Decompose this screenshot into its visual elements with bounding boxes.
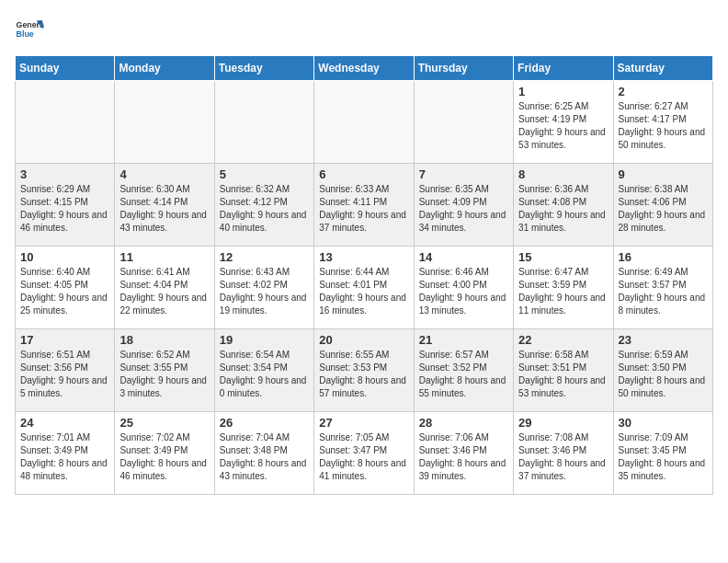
calendar-cell: 20Sunrise: 6:55 AM Sunset: 3:53 PM Dayli… bbox=[314, 329, 414, 412]
day-info: Sunrise: 6:36 AM Sunset: 4:08 PM Dayligh… bbox=[518, 183, 608, 235]
day-number: 15 bbox=[518, 250, 608, 264]
day-info: Sunrise: 7:09 AM Sunset: 3:45 PM Dayligh… bbox=[619, 431, 708, 483]
day-info: Sunrise: 6:43 AM Sunset: 4:02 PM Dayligh… bbox=[220, 266, 309, 317]
calendar-cell: 8Sunrise: 6:36 AM Sunset: 4:08 PM Daylig… bbox=[514, 164, 613, 247]
calendar-day-header: Friday bbox=[514, 56, 613, 81]
calendar-cell: 2Sunrise: 6:27 AM Sunset: 4:17 PM Daylig… bbox=[613, 81, 712, 164]
day-info: Sunrise: 7:06 AM Sunset: 3:46 PM Dayligh… bbox=[419, 431, 508, 483]
calendar-cell: 29Sunrise: 7:08 AM Sunset: 3:46 PM Dayli… bbox=[514, 412, 613, 495]
calendar-cell: 6Sunrise: 6:33 AM Sunset: 4:11 PM Daylig… bbox=[314, 164, 414, 247]
day-info: Sunrise: 6:40 AM Sunset: 4:05 PM Dayligh… bbox=[20, 266, 109, 317]
calendar-table: SundayMondayTuesdayWednesdayThursdayFrid… bbox=[15, 55, 713, 495]
day-number: 2 bbox=[619, 85, 708, 98]
calendar-cell: 26Sunrise: 7:04 AM Sunset: 3:48 PM Dayli… bbox=[214, 412, 313, 495]
day-number: 4 bbox=[119, 167, 209, 181]
calendar-cell: 14Sunrise: 6:46 AM Sunset: 4:00 PM Dayli… bbox=[414, 247, 513, 329]
calendar-cell: 13Sunrise: 6:44 AM Sunset: 4:01 PM Dayli… bbox=[314, 247, 414, 329]
day-number: 19 bbox=[220, 333, 309, 347]
calendar-cell: 5Sunrise: 6:32 AM Sunset: 4:12 PM Daylig… bbox=[214, 164, 313, 247]
day-info: Sunrise: 7:01 AM Sunset: 3:49 PM Dayligh… bbox=[20, 431, 109, 483]
calendar-cell bbox=[214, 81, 313, 164]
day-number: 3 bbox=[20, 167, 109, 181]
calendar-cell: 9Sunrise: 6:38 AM Sunset: 4:06 PM Daylig… bbox=[613, 164, 712, 247]
day-number: 27 bbox=[319, 416, 408, 430]
day-number: 10 bbox=[20, 250, 109, 264]
day-info: Sunrise: 6:30 AM Sunset: 4:14 PM Dayligh… bbox=[119, 183, 209, 235]
day-info: Sunrise: 6:33 AM Sunset: 4:11 PM Dayligh… bbox=[319, 183, 408, 235]
calendar-cell: 23Sunrise: 6:59 AM Sunset: 3:50 PM Dayli… bbox=[613, 329, 712, 412]
calendar-cell bbox=[414, 81, 513, 164]
calendar-cell: 16Sunrise: 6:49 AM Sunset: 3:57 PM Dayli… bbox=[613, 247, 712, 329]
day-number: 9 bbox=[619, 167, 708, 181]
calendar-cell: 27Sunrise: 7:05 AM Sunset: 3:47 PM Dayli… bbox=[314, 412, 414, 495]
calendar-week-row: 24Sunrise: 7:01 AM Sunset: 3:49 PM Dayli… bbox=[16, 412, 713, 495]
calendar-cell: 25Sunrise: 7:02 AM Sunset: 3:49 PM Dayli… bbox=[115, 412, 214, 495]
calendar-cell: 28Sunrise: 7:06 AM Sunset: 3:46 PM Dayli… bbox=[414, 412, 513, 495]
day-number: 5 bbox=[220, 167, 309, 181]
logo-icon: General Blue bbox=[15, 15, 44, 44]
calendar-cell: 19Sunrise: 6:54 AM Sunset: 3:54 PM Dayli… bbox=[214, 329, 313, 412]
day-number: 22 bbox=[518, 333, 608, 347]
day-number: 21 bbox=[419, 333, 508, 347]
calendar-day-header: Tuesday bbox=[214, 56, 313, 81]
day-number: 17 bbox=[20, 333, 109, 347]
day-info: Sunrise: 6:51 AM Sunset: 3:56 PM Dayligh… bbox=[20, 349, 109, 400]
calendar-cell bbox=[314, 81, 414, 164]
day-number: 26 bbox=[220, 416, 309, 430]
day-info: Sunrise: 7:08 AM Sunset: 3:46 PM Dayligh… bbox=[518, 431, 608, 483]
day-info: Sunrise: 6:25 AM Sunset: 4:19 PM Dayligh… bbox=[518, 100, 608, 152]
calendar-header-row: SundayMondayTuesdayWednesdayThursdayFrid… bbox=[16, 56, 713, 81]
calendar-cell: 24Sunrise: 7:01 AM Sunset: 3:49 PM Dayli… bbox=[16, 412, 115, 495]
day-number: 30 bbox=[619, 416, 708, 430]
day-info: Sunrise: 7:02 AM Sunset: 3:49 PM Dayligh… bbox=[119, 431, 209, 483]
calendar-cell: 21Sunrise: 6:57 AM Sunset: 3:52 PM Dayli… bbox=[414, 329, 513, 412]
day-info: Sunrise: 6:54 AM Sunset: 3:54 PM Dayligh… bbox=[220, 349, 309, 400]
day-info: Sunrise: 6:46 AM Sunset: 4:00 PM Dayligh… bbox=[419, 266, 508, 317]
day-number: 23 bbox=[619, 333, 708, 347]
day-number: 18 bbox=[119, 333, 209, 347]
calendar-cell: 15Sunrise: 6:47 AM Sunset: 3:59 PM Dayli… bbox=[514, 247, 613, 329]
day-info: Sunrise: 6:44 AM Sunset: 4:01 PM Dayligh… bbox=[319, 266, 408, 317]
day-number: 12 bbox=[220, 250, 309, 264]
day-info: Sunrise: 7:04 AM Sunset: 3:48 PM Dayligh… bbox=[220, 431, 309, 483]
calendar-cell: 7Sunrise: 6:35 AM Sunset: 4:09 PM Daylig… bbox=[414, 164, 513, 247]
calendar-cell: 30Sunrise: 7:09 AM Sunset: 3:45 PM Dayli… bbox=[613, 412, 712, 495]
day-number: 24 bbox=[20, 416, 109, 430]
calendar-cell: 18Sunrise: 6:52 AM Sunset: 3:55 PM Dayli… bbox=[115, 329, 214, 412]
day-number: 29 bbox=[518, 416, 608, 430]
calendar-cell bbox=[115, 81, 214, 164]
day-number: 16 bbox=[619, 250, 708, 264]
calendar-cell: 17Sunrise: 6:51 AM Sunset: 3:56 PM Dayli… bbox=[16, 329, 115, 412]
calendar-cell: 11Sunrise: 6:41 AM Sunset: 4:04 PM Dayli… bbox=[115, 247, 214, 329]
day-info: Sunrise: 6:57 AM Sunset: 3:52 PM Dayligh… bbox=[419, 349, 508, 400]
day-info: Sunrise: 6:41 AM Sunset: 4:04 PM Dayligh… bbox=[119, 266, 209, 317]
calendar-cell: 4Sunrise: 6:30 AM Sunset: 4:14 PM Daylig… bbox=[115, 164, 214, 247]
day-info: Sunrise: 6:55 AM Sunset: 3:53 PM Dayligh… bbox=[319, 349, 408, 400]
page-header: General Blue bbox=[15, 15, 713, 44]
day-number: 11 bbox=[119, 250, 209, 264]
day-info: Sunrise: 6:35 AM Sunset: 4:09 PM Dayligh… bbox=[419, 183, 508, 235]
svg-text:Blue: Blue bbox=[17, 29, 34, 39]
calendar-day-header: Saturday bbox=[613, 56, 712, 81]
calendar-week-row: 17Sunrise: 6:51 AM Sunset: 3:56 PM Dayli… bbox=[16, 329, 713, 412]
day-info: Sunrise: 6:32 AM Sunset: 4:12 PM Dayligh… bbox=[220, 183, 309, 235]
calendar-week-row: 10Sunrise: 6:40 AM Sunset: 4:05 PM Dayli… bbox=[16, 247, 713, 329]
calendar-day-header: Thursday bbox=[414, 56, 513, 81]
calendar-cell: 12Sunrise: 6:43 AM Sunset: 4:02 PM Dayli… bbox=[214, 247, 313, 329]
day-number: 25 bbox=[119, 416, 209, 430]
day-number: 14 bbox=[419, 250, 508, 264]
day-number: 7 bbox=[419, 167, 508, 181]
day-number: 13 bbox=[319, 250, 408, 264]
day-number: 8 bbox=[518, 167, 608, 181]
calendar-cell: 3Sunrise: 6:29 AM Sunset: 4:15 PM Daylig… bbox=[16, 164, 115, 247]
calendar-week-row: 1Sunrise: 6:25 AM Sunset: 4:19 PM Daylig… bbox=[16, 81, 713, 164]
calendar-day-header: Monday bbox=[115, 56, 214, 81]
calendar-day-header: Sunday bbox=[16, 56, 115, 81]
day-info: Sunrise: 6:49 AM Sunset: 3:57 PM Dayligh… bbox=[619, 266, 708, 317]
day-number: 28 bbox=[419, 416, 508, 430]
calendar-cell: 1Sunrise: 6:25 AM Sunset: 4:19 PM Daylig… bbox=[514, 81, 613, 164]
calendar-cell: 10Sunrise: 6:40 AM Sunset: 4:05 PM Dayli… bbox=[16, 247, 115, 329]
day-info: Sunrise: 6:27 AM Sunset: 4:17 PM Dayligh… bbox=[619, 100, 708, 152]
day-info: Sunrise: 6:59 AM Sunset: 3:50 PM Dayligh… bbox=[619, 349, 708, 400]
calendar-cell bbox=[16, 81, 115, 164]
